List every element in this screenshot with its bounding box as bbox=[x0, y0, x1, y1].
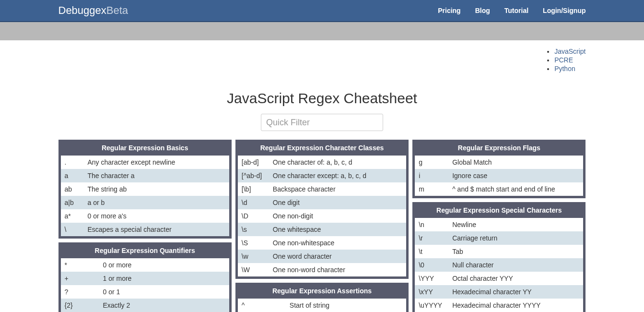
card-special: Regular Expression Special Characters \n… bbox=[412, 202, 585, 312]
gray-bar bbox=[0, 22, 644, 40]
table-row: \sOne whitespace bbox=[238, 223, 406, 236]
table-row: \nNewline bbox=[415, 218, 583, 231]
table-row: \Escapes a special character bbox=[61, 223, 229, 236]
table-row: +1 or more bbox=[61, 272, 229, 285]
card-basics-table: .Any character except newline aThe chara… bbox=[61, 156, 229, 236]
nav-links: Pricing Blog Tutorial Login/Signup bbox=[438, 7, 585, 14]
card-quantifiers-title: Regular Expression Quantifiers bbox=[61, 245, 229, 258]
table-row: {2}Exactly 2 bbox=[61, 299, 229, 312]
table-row: ^Start of string bbox=[238, 299, 406, 312]
table-row: gGlobal Match bbox=[415, 156, 583, 169]
table-row: ?0 or 1 bbox=[61, 285, 229, 299]
brand-suffix: Beta bbox=[106, 4, 128, 16]
brand-logo[interactable]: DebuggexBeta bbox=[59, 4, 129, 17]
table-row: \rCarriage return bbox=[415, 231, 583, 245]
cheatsheet-columns: Regular Expression Basics .Any character… bbox=[59, 140, 586, 312]
quick-filter-input[interactable] bbox=[261, 114, 383, 131]
nav-pricing[interactable]: Pricing bbox=[438, 7, 460, 14]
main-content: JavaScript PCRE Python JavaScript Regex … bbox=[59, 40, 586, 312]
table-row: a|ba or b bbox=[61, 196, 229, 209]
top-nav: DebuggexBeta Pricing Blog Tutorial Login… bbox=[0, 0, 644, 22]
card-assertions-table: ^Start of string bbox=[238, 299, 406, 312]
table-row: abThe string ab bbox=[61, 182, 229, 196]
table-row: \xYYHexadecimal character YY bbox=[415, 285, 583, 299]
card-basics-title: Regular Expression Basics bbox=[61, 142, 229, 156]
table-row: \SOne non-whitespace bbox=[238, 236, 406, 250]
card-charclasses: Regular Expression Character Classes [ab… bbox=[235, 140, 409, 279]
nav-blog[interactable]: Blog bbox=[475, 7, 490, 14]
card-basics: Regular Expression Basics .Any character… bbox=[59, 140, 232, 239]
table-row: \wOne word character bbox=[238, 250, 406, 263]
table-row: \dOne digit bbox=[238, 196, 406, 209]
lang-pcre[interactable]: PCRE bbox=[554, 56, 573, 64]
nav-tutorial[interactable]: Tutorial bbox=[504, 7, 528, 14]
language-list: JavaScript PCRE Python bbox=[545, 48, 585, 73]
lang-python[interactable]: Python bbox=[554, 65, 575, 72]
card-charclasses-title: Regular Expression Character Classes bbox=[238, 142, 406, 156]
brand-name: Debuggex bbox=[59, 4, 106, 16]
card-special-table: \nNewline \rCarriage return \tTab \0Null… bbox=[415, 218, 583, 312]
table-row: \YYYOctal character YYY bbox=[415, 272, 583, 285]
lang-javascript[interactable]: JavaScript bbox=[554, 48, 585, 55]
table-row: *0 or more bbox=[61, 258, 229, 272]
table-row: \0Null character bbox=[415, 258, 583, 272]
card-flags-title: Regular Expression Flags bbox=[415, 142, 583, 156]
card-flags: Regular Expression Flags gGlobal Match i… bbox=[412, 140, 585, 198]
table-row: \tTab bbox=[415, 245, 583, 258]
table-row: \WOne non-word character bbox=[238, 263, 406, 276]
page-title: JavaScript Regex Cheatsheet bbox=[59, 90, 586, 107]
card-assertions: Regular Expression Assertions ^Start of … bbox=[235, 283, 409, 312]
table-row: [ab-d]One character of: a, b, c, d bbox=[238, 156, 406, 169]
table-row: \uYYYYHexadecimal character YYYY bbox=[415, 299, 583, 312]
card-flags-table: gGlobal Match iIgnore case m^ and $ matc… bbox=[415, 156, 583, 196]
table-row: [\b]Backspace character bbox=[238, 182, 406, 196]
card-special-title: Regular Expression Special Characters bbox=[415, 204, 583, 218]
table-row: aThe character a bbox=[61, 169, 229, 182]
table-row: .Any character except newline bbox=[61, 156, 229, 169]
table-row: m^ and $ match start and end of line bbox=[415, 182, 583, 196]
table-row: \DOne non-digit bbox=[238, 209, 406, 223]
nav-login[interactable]: Login/Signup bbox=[543, 7, 585, 14]
card-assertions-title: Regular Expression Assertions bbox=[238, 285, 406, 299]
card-quantifiers: Regular Expression Quantifiers *0 or mor… bbox=[59, 242, 232, 312]
card-quantifiers-table: *0 or more +1 or more ?0 or 1 {2}Exactly… bbox=[61, 258, 229, 312]
table-row: a*0 or more a's bbox=[61, 209, 229, 223]
card-charclasses-table: [ab-d]One character of: a, b, c, d [^ab-… bbox=[238, 156, 406, 276]
table-row: [^ab-d]One character except: a, b, c, d bbox=[238, 169, 406, 182]
table-row: iIgnore case bbox=[415, 169, 583, 182]
